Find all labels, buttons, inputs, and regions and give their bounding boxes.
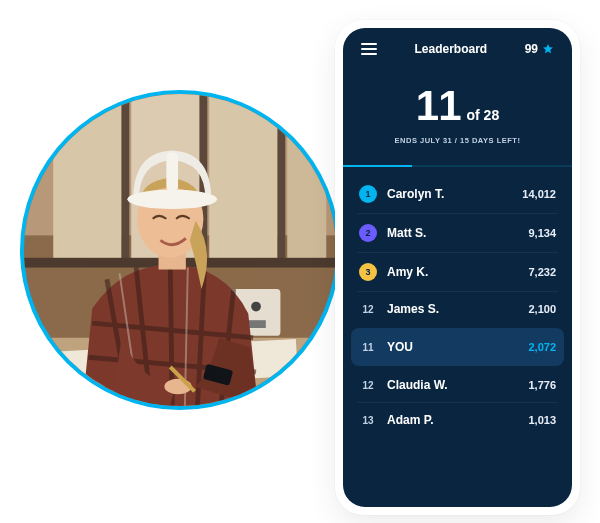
ends-text: ENDS JULY 31 / 15 DAYS LEFT! [343, 136, 572, 145]
svg-rect-2 [53, 94, 121, 260]
row-left: 12James S. [359, 302, 439, 316]
progress-divider [343, 165, 572, 167]
player-score: 14,012 [522, 188, 556, 200]
row-left: 11YOU [359, 340, 413, 354]
player-score: 1,776 [528, 379, 556, 391]
points-value: 99 [525, 42, 538, 56]
points-badge[interactable]: 99 [525, 42, 554, 56]
player-score: 2,100 [528, 303, 556, 315]
leaderboard-row[interactable]: 12Claudia W.1,776 [357, 368, 558, 402]
app-screen: Leaderboard 99 11 of 28 ENDS JULY 31 / 1… [343, 28, 572, 507]
player-name: Matt S. [387, 226, 426, 240]
avatar [24, 94, 336, 406]
rank-badge: 1 [359, 185, 377, 203]
rank-number: 11 [359, 342, 377, 353]
svg-point-14 [251, 302, 261, 312]
rank-badge: 3 [359, 263, 377, 281]
menu-icon[interactable] [361, 43, 377, 55]
row-left: 3Amy K. [359, 263, 428, 281]
leaderboard-row[interactable]: 12James S.2,100 [357, 291, 558, 326]
row-left: 2Matt S. [359, 224, 426, 242]
rank-hero: 11 of 28 ENDS JULY 31 / 15 DAYS LEFT! [343, 66, 572, 165]
player-score: 1,013 [528, 414, 556, 426]
player-name: Carolyn T. [387, 187, 444, 201]
player-score: 2,072 [528, 341, 556, 353]
rank-of-label: of 28 [467, 107, 500, 123]
svg-rect-31 [166, 153, 178, 192]
leaderboard-row-you[interactable]: 11YOU2,072 [351, 328, 564, 366]
svg-point-30 [127, 190, 217, 210]
leaderboard-row[interactable]: 13Adam P.1,013 [357, 402, 558, 437]
row-left: 1Carolyn T. [359, 185, 444, 203]
phone-frame: Leaderboard 99 11 of 28 ENDS JULY 31 / 1… [335, 20, 580, 515]
rank-number: 13 [359, 415, 377, 426]
player-score: 7,232 [528, 266, 556, 278]
leaderboard-row[interactable]: 1Carolyn T.14,012 [357, 175, 558, 213]
player-name: YOU [387, 340, 413, 354]
leaderboard-list[interactable]: 1Carolyn T.14,0122Matt S.9,1343Amy K.7,2… [343, 171, 572, 507]
svg-rect-6 [122, 94, 130, 260]
top-bar: Leaderboard 99 [343, 28, 572, 66]
player-name: Adam P. [387, 413, 433, 427]
player-score: 9,134 [528, 227, 556, 239]
row-left: 12Claudia W. [359, 378, 448, 392]
leaderboard-row[interactable]: 3Amy K.7,232 [357, 252, 558, 291]
your-rank: 11 [416, 82, 461, 130]
avatar-illustration [24, 94, 336, 406]
row-left: 13Adam P. [359, 413, 433, 427]
player-name: James S. [387, 302, 439, 316]
avatar-ring [20, 90, 340, 410]
rank-badge: 2 [359, 224, 377, 242]
svg-rect-4 [209, 94, 277, 260]
rank-number: 12 [359, 380, 377, 391]
player-name: Amy K. [387, 265, 428, 279]
leaderboard-row[interactable]: 2Matt S.9,134 [357, 213, 558, 252]
player-name: Claudia W. [387, 378, 448, 392]
screen-title: Leaderboard [414, 42, 487, 56]
rank-number: 12 [359, 304, 377, 315]
star-icon [542, 43, 554, 55]
svg-rect-8 [278, 94, 286, 260]
svg-rect-5 [287, 94, 326, 260]
